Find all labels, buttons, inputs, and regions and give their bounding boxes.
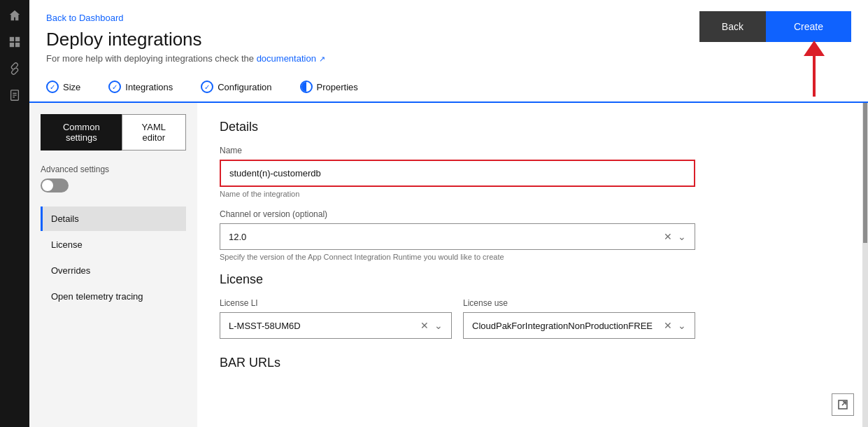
license-section-title: License xyxy=(220,272,840,287)
channel-select[interactable]: 12.0 ✕ ⌄ xyxy=(220,223,695,250)
step-configuration[interactable]: ✓ Configuration xyxy=(201,80,271,93)
step-size-icon: ✓ xyxy=(46,80,59,93)
channel-value: 12.0 xyxy=(229,232,246,242)
header-buttons: Back Create xyxy=(699,11,851,42)
sidebar-icon-link[interactable] xyxy=(8,62,22,76)
svg-rect-2 xyxy=(10,43,14,47)
license-use-select[interactable]: CloudPakForIntegrationNonProductionFREE … xyxy=(463,312,695,339)
details-section-title: Details xyxy=(220,120,840,134)
step-configuration-label: Configuration xyxy=(218,82,271,92)
license-row: License LI L-MSST-58UM6D ✕ ⌄ License use xyxy=(220,298,695,339)
scrollbar[interactable] xyxy=(862,103,868,427)
back-to-dashboard-link[interactable]: Back to Dashboard xyxy=(46,13,124,23)
page-subtitle: For more help with deploying integration… xyxy=(46,53,325,64)
license-li-value: L-MSST-58UM6D xyxy=(229,321,301,331)
nav-item-license[interactable]: License xyxy=(41,232,186,257)
back-button[interactable]: Back xyxy=(699,11,766,42)
license-li-group: License LI L-MSST-58UM6D ✕ ⌄ xyxy=(220,298,452,339)
subtitle-text: For more help with deploying integration… xyxy=(46,53,254,64)
bar-urls-section-title: BAR URLs xyxy=(220,356,840,370)
main-content: Back to Dashboard Deploy integrations Fo… xyxy=(29,0,868,427)
advanced-settings-label: Advanced settings xyxy=(41,164,186,174)
tab-group: Common settings YAML editor xyxy=(41,114,186,150)
steps-bar: ✓ Size ✓ Integrations ✓ Configuration Pr… xyxy=(29,72,868,103)
license-li-select[interactable]: L-MSST-58UM6D ✕ ⌄ xyxy=(220,312,452,339)
name-hint: Name of the integration xyxy=(220,190,840,198)
step-properties-label: Properties xyxy=(317,82,358,92)
chevron-down-icon-use[interactable]: ⌄ xyxy=(678,320,686,331)
license-use-label: License use xyxy=(463,298,695,308)
create-button[interactable]: Create xyxy=(766,11,851,42)
name-label: Name xyxy=(220,146,840,155)
name-field-group: Name Name of the integration xyxy=(220,146,840,198)
step-size-label: Size xyxy=(63,82,80,92)
svg-rect-3 xyxy=(15,43,20,47)
clear-icon-use[interactable]: ✕ xyxy=(664,320,672,331)
step-configuration-icon: ✓ xyxy=(201,80,213,93)
license-use-value: CloudPakForIntegrationNonProductionFREE xyxy=(472,321,653,331)
svg-rect-1 xyxy=(15,37,20,41)
sidebar-icon-grid[interactable] xyxy=(8,35,22,49)
page-title: Deploy integrations xyxy=(46,29,325,50)
license-use-icons: ✕ ⌄ xyxy=(664,320,686,331)
sidebar-icon-home[interactable] xyxy=(8,8,22,22)
clear-icon-li[interactable]: ✕ xyxy=(420,320,429,331)
documentation-link[interactable]: documentation xyxy=(257,53,316,64)
license-li-label: License LI xyxy=(220,298,452,308)
external-link-icon: ↗ xyxy=(319,55,325,63)
body-area: Common settings YAML editor Advanced set… xyxy=(29,103,868,427)
step-integrations-label: Integrations xyxy=(125,82,173,92)
name-input[interactable] xyxy=(220,160,695,187)
expand-icon xyxy=(837,399,848,410)
tab-common-settings[interactable]: Common settings xyxy=(41,114,122,150)
step-integrations-icon: ✓ xyxy=(108,80,121,93)
chevron-down-icon[interactable]: ⌄ xyxy=(678,231,686,242)
main-wrapper: Back to Dashboard Deploy integrations Fo… xyxy=(29,0,868,427)
chevron-down-icon-li[interactable]: ⌄ xyxy=(434,320,443,331)
expand-button[interactable] xyxy=(832,393,854,416)
license-use-group: License use CloudPakForIntegrationNonPro… xyxy=(463,298,695,339)
channel-hint: Specify the version of the App Connect I… xyxy=(220,253,840,261)
left-panel: Common settings YAML editor Advanced set… xyxy=(29,103,197,427)
clear-icon[interactable]: ✕ xyxy=(664,231,672,242)
step-integrations[interactable]: ✓ Integrations xyxy=(108,80,173,93)
svg-rect-0 xyxy=(10,37,14,41)
nav-item-telemetry[interactable]: Open telemetry tracing xyxy=(41,284,186,309)
tab-yaml-editor[interactable]: YAML editor xyxy=(122,114,186,150)
nav-item-details[interactable]: Details xyxy=(41,206,186,231)
step-properties[interactable]: Properties xyxy=(300,80,358,93)
license-li-icons: ✕ ⌄ xyxy=(420,320,443,331)
advanced-settings-toggle[interactable] xyxy=(41,178,69,192)
channel-field-group: Channel or version (optional) 12.0 ✕ ⌄ S… xyxy=(220,209,840,261)
header-row: Back to Dashboard Deploy integrations Fo… xyxy=(29,0,868,72)
channel-select-icons: ✕ ⌄ xyxy=(664,231,686,242)
scrollbar-thumb xyxy=(863,103,867,243)
right-content: Details Name Name of the integration Cha… xyxy=(197,103,862,427)
sidebar-icon-document[interactable] xyxy=(8,88,22,102)
step-properties-icon xyxy=(300,80,313,93)
channel-label: Channel or version (optional) xyxy=(220,209,840,219)
header-left: Back to Dashboard Deploy integrations Fo… xyxy=(46,11,325,72)
step-size[interactable]: ✓ Size xyxy=(46,80,80,93)
sidebar xyxy=(0,0,29,427)
nav-item-overrides[interactable]: Overrides xyxy=(41,258,186,283)
